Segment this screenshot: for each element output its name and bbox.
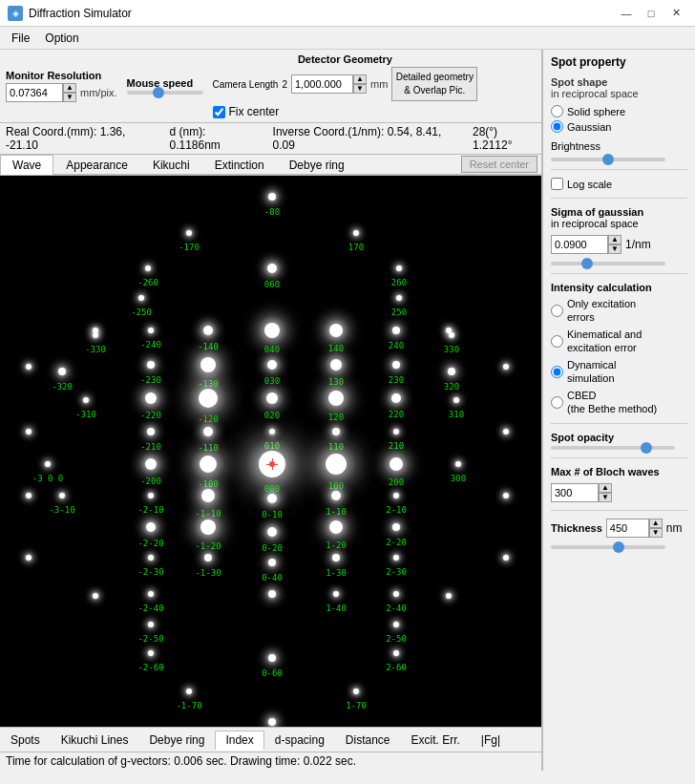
thickness-spinner[interactable]: ▲ ▼ xyxy=(606,519,663,538)
fix-center-checkbox[interactable] xyxy=(213,106,225,118)
spot-label: -2-30 xyxy=(137,567,163,577)
tab-debye-ring[interactable]: Debye ring xyxy=(277,155,357,175)
thickness-input[interactable] xyxy=(606,519,649,538)
bottom-tab-debye[interactable]: Debye ring xyxy=(138,731,215,750)
bottom-tab-kikuchi[interactable]: Kikuchi Lines xyxy=(51,731,139,750)
bloch-input[interactable] xyxy=(551,483,599,502)
thickness-down[interactable]: ▼ xyxy=(649,528,663,538)
cbed-radio[interactable] xyxy=(551,396,563,409)
sigma-subtitle: in reciprocal space xyxy=(551,218,687,229)
detector-value-spinner[interactable]: ▲ ▼ xyxy=(291,74,367,94)
sigma-input[interactable] xyxy=(551,235,608,254)
detector-value-input[interactable] xyxy=(291,74,353,94)
monitor-res-up[interactable]: ▲ xyxy=(63,83,76,93)
bottom-tab-spots[interactable]: Spots xyxy=(0,731,51,750)
spot-label: 320 xyxy=(444,382,459,392)
spot-label: 1-10 xyxy=(326,507,347,517)
diffraction-spot xyxy=(83,397,89,403)
bottom-tab-fg[interactable]: |Fg| xyxy=(471,731,511,750)
diffraction-spot xyxy=(26,555,32,561)
diffraction-spot xyxy=(148,493,154,498)
bloch-row: ▲ ▼ xyxy=(551,483,687,502)
spot-label: 220 xyxy=(389,410,404,419)
detector-val-up[interactable]: ▲ xyxy=(353,74,367,84)
menu-option[interactable]: Option xyxy=(37,30,86,47)
only-excitation-label: Only excitation xyxy=(567,298,636,309)
sigma-up[interactable]: ▲ xyxy=(608,235,621,244)
thickness-slider[interactable] xyxy=(551,545,665,549)
sigma-down[interactable]: ▼ xyxy=(608,244,621,254)
mouse-speed-group: Mouse speed xyxy=(127,77,203,95)
spot-label: -1-20 xyxy=(195,541,221,551)
diffraction-spot xyxy=(26,429,32,434)
diffraction-spot xyxy=(26,493,32,498)
monitor-res-down[interactable]: ▼ xyxy=(63,93,76,102)
diffraction-spot xyxy=(353,230,359,236)
diffraction-spot xyxy=(329,520,343,534)
opacity-slider[interactable] xyxy=(551,446,675,450)
monitor-resolution-spinner[interactable]: ▲ ▼ xyxy=(6,83,76,102)
minimize-button[interactable]: — xyxy=(615,5,638,22)
thickness-up[interactable]: ▲ xyxy=(649,519,663,528)
spot-label: -80 xyxy=(264,207,280,217)
bottom-tab-distance[interactable]: Distance xyxy=(335,731,401,750)
diffraction-spot xyxy=(200,519,216,535)
spot-label: 310 xyxy=(449,410,464,419)
diffraction-spot xyxy=(353,689,359,694)
bloch-down[interactable]: ▼ xyxy=(599,493,612,502)
excitation-error-label: excitation error xyxy=(567,342,637,353)
tab-extinction[interactable]: Extinction xyxy=(202,155,277,175)
diffraction-spot xyxy=(148,650,154,656)
diffraction-spot xyxy=(45,461,51,467)
spot-label: -100 xyxy=(198,479,219,489)
kinematical-radio[interactable] xyxy=(551,335,563,348)
diffraction-spot xyxy=(200,357,216,372)
spot-label: -130 xyxy=(198,379,219,389)
solid-sphere-radio[interactable] xyxy=(551,105,563,117)
diffraction-spot xyxy=(396,295,402,301)
brightness-label: Brightness xyxy=(551,140,600,152)
sigma-slider[interactable] xyxy=(551,262,665,265)
dynamical-radio[interactable] xyxy=(551,366,563,378)
detailed-geometry-button[interactable]: Detailed geometry& Overlap Pic. xyxy=(391,67,477,101)
diffraction-spot xyxy=(268,718,276,726)
bloch-spinner[interactable]: ▲ ▼ xyxy=(551,483,612,502)
brightness-slider[interactable] xyxy=(551,158,665,161)
solid-sphere-row: Solid sphere xyxy=(551,105,687,117)
detector-geometry-row: Camera Length 2 ▲ ▼ mm Detailed geometry… xyxy=(213,67,478,101)
tab-kikuchi[interactable]: Kikuchi xyxy=(140,155,202,175)
diffraction-spot xyxy=(269,429,275,434)
spot-label: -210 xyxy=(140,442,161,452)
reset-center-button[interactable]: Reset center xyxy=(461,156,537,173)
close-button[interactable]: ✕ xyxy=(664,5,687,22)
brightness-row: Brightness xyxy=(551,140,687,152)
tab-wave[interactable]: Wave xyxy=(0,155,53,175)
monitor-resolution-input[interactable] xyxy=(6,83,63,102)
diffraction-canvas[interactable]: -80-170170-260060260-250250-330-240-1400… xyxy=(0,176,541,727)
sigma-spinner[interactable]: ▲ ▼ xyxy=(551,235,621,254)
tab-appearance[interactable]: Appearance xyxy=(53,155,140,175)
fix-center-label: Fix center xyxy=(229,105,280,118)
left-panel: Monitor Resolution ▲ ▼ mm/pix. Mouse spe… xyxy=(0,50,542,771)
spot-label: 2-10 xyxy=(386,505,407,515)
diffraction-spot xyxy=(267,264,277,273)
log-scale-checkbox[interactable] xyxy=(551,178,563,190)
bottom-tab-index[interactable]: Index xyxy=(215,731,263,751)
only-excitation-radio[interactable] xyxy=(551,305,563,317)
maximize-button[interactable]: □ xyxy=(640,5,663,22)
gaussian-radio[interactable] xyxy=(551,120,563,133)
menu-file[interactable]: File xyxy=(4,30,37,47)
detector-val-down[interactable]: ▼ xyxy=(353,84,367,94)
dynamical-sim-label: Dynamical xyxy=(567,359,616,371)
diffraction-spot xyxy=(329,324,343,337)
bloch-up[interactable]: ▲ xyxy=(599,483,612,493)
spot-opacity-section: Spot opacity xyxy=(551,432,687,450)
spot-label: -120 xyxy=(198,414,219,424)
bottom-tab-dspacing[interactable]: d-spacing xyxy=(264,731,335,750)
status-text: Time for calculation of g-vectors: 0.006… xyxy=(6,754,356,768)
mouse-speed-slider[interactable] xyxy=(127,91,203,95)
bottom-tab-excit[interactable]: Excit. Err. xyxy=(401,731,471,750)
diffraction-spot xyxy=(333,591,339,597)
diffraction-spot xyxy=(204,554,212,562)
divider3 xyxy=(551,273,687,274)
